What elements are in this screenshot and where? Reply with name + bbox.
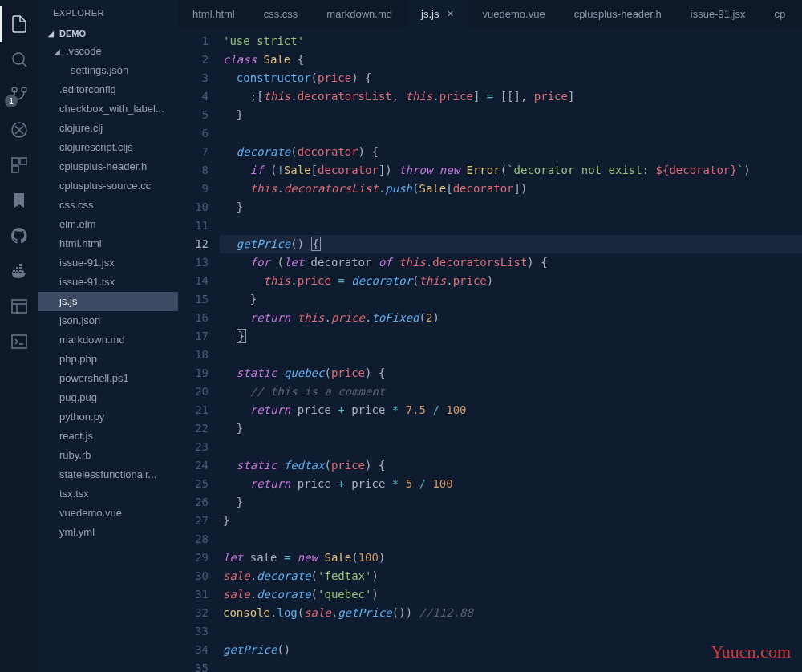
code-line: } xyxy=(223,419,802,438)
tab-label: cp xyxy=(774,8,785,20)
tree-file[interactable]: json.json xyxy=(38,311,178,330)
svg-rect-8 xyxy=(12,300,26,313)
tree-file[interactable]: vuedemo.vue xyxy=(38,504,178,523)
tree-file[interactable]: cplusplus-source.cc xyxy=(38,176,178,196)
line-number: 33 xyxy=(178,622,209,641)
editor-tab[interactable]: js.js× xyxy=(407,0,468,27)
line-number: 7 xyxy=(178,143,209,161)
tree-file[interactable]: ruby.rb xyxy=(38,446,178,465)
editor-tab[interactable]: css.css xyxy=(249,0,313,27)
code-line: static quebec(price) { xyxy=(223,364,802,383)
tree-file[interactable]: css.css xyxy=(38,196,178,215)
tree-item-label: ruby.rb xyxy=(59,449,91,461)
tab-label: markdown.md xyxy=(326,8,392,20)
line-number: 26 xyxy=(178,493,209,512)
editor-tab[interactable]: vuedemo.vue xyxy=(468,0,560,27)
tree-file[interactable]: checkbox_with_label... xyxy=(38,99,178,119)
code-line: 'use strict' xyxy=(223,32,802,51)
tree-file[interactable]: settings.json xyxy=(38,61,178,80)
tree-file[interactable]: .editorconfig xyxy=(38,80,178,99)
line-number: 8 xyxy=(178,161,209,180)
debug-icon[interactable] xyxy=(0,112,38,148)
search-icon[interactable] xyxy=(0,42,38,77)
explorer-icon[interactable] xyxy=(0,6,38,42)
code-line xyxy=(223,124,802,143)
tree-file[interactable]: powershell.ps1 xyxy=(38,369,178,388)
svg-rect-9 xyxy=(12,335,26,348)
github-icon[interactable] xyxy=(0,218,38,253)
line-number: 31 xyxy=(178,585,209,604)
tree-item-label: clojure.clj xyxy=(59,122,103,134)
tree-file[interactable]: markdown.md xyxy=(38,330,178,350)
extensions-icon[interactable] xyxy=(0,148,38,183)
docker-icon[interactable] xyxy=(0,253,38,289)
line-number: 2 xyxy=(178,51,209,69)
line-gutter: 1234567891011121314151617181920212223242… xyxy=(178,27,223,672)
source-control-icon[interactable]: 1 xyxy=(0,77,38,112)
root-folder[interactable]: ◢ DEMO xyxy=(38,26,178,42)
editor-tab[interactable]: issue-91.jsx xyxy=(676,0,760,27)
tree-file[interactable]: react.js xyxy=(38,427,178,446)
line-number: 6 xyxy=(178,124,209,143)
line-number: 4 xyxy=(178,87,209,106)
bookmark-icon[interactable] xyxy=(0,183,38,218)
project-icon[interactable] xyxy=(0,289,38,324)
tree-file[interactable]: cplusplus-header.h xyxy=(38,157,178,176)
svg-point-0 xyxy=(13,53,24,64)
editor-tab[interactable]: markdown.md xyxy=(312,0,407,27)
tree-file[interactable]: clojure.clj xyxy=(38,119,178,138)
tree-folder[interactable]: ◢.vscode xyxy=(38,42,178,61)
tree-item-label: cplusplus-source.cc xyxy=(59,180,151,192)
code-line xyxy=(223,438,802,456)
tree-file[interactable]: issue-91.jsx xyxy=(38,253,178,273)
editor-tabs: html.htmlcss.cssmarkdown.mdjs.js×vuedemo… xyxy=(178,0,802,27)
code-line xyxy=(223,530,802,549)
tab-label: cplusplus-header.h xyxy=(574,8,662,20)
tree-item-label: php.php xyxy=(59,353,97,365)
tree-file[interactable]: html.html xyxy=(38,234,178,253)
code-line: console.log(sale.getPrice()) //112.88 xyxy=(223,604,802,622)
tree-file[interactable]: elm.elm xyxy=(38,215,178,234)
tree-file[interactable]: php.php xyxy=(38,350,178,369)
line-number: 34 xyxy=(178,641,209,659)
editor-tab[interactable]: cp xyxy=(759,0,800,27)
tree-item-label: settings.json xyxy=(71,64,128,76)
tree-file[interactable]: js.js xyxy=(38,292,178,311)
tree-file[interactable]: statelessfunctionalr... xyxy=(38,465,178,484)
tree-item-label: yml.yml xyxy=(59,526,95,538)
tab-label: issue-91.jsx xyxy=(691,8,746,20)
tree-file[interactable]: yml.yml xyxy=(38,523,178,542)
line-number: 20 xyxy=(178,383,209,401)
tab-label: vuedemo.vue xyxy=(483,8,545,20)
code-line: static fedtax(price) { xyxy=(223,456,802,475)
terminal-icon[interactable] xyxy=(0,324,38,359)
code-line: return price + price * 5 / 100 xyxy=(223,475,802,493)
tree-file[interactable]: python.py xyxy=(38,407,178,427)
code-line: let sale = new Sale(100) xyxy=(223,549,802,567)
tree-item-label: powershell.ps1 xyxy=(59,372,129,384)
code-content[interactable]: 'use strict'class Sale { constructor(pri… xyxy=(223,27,802,672)
tree-file[interactable]: issue-91.tsx xyxy=(38,273,178,292)
tree-file[interactable]: clojurescript.cljs xyxy=(38,138,178,157)
code-editor[interactable]: 1234567891011121314151617181920212223242… xyxy=(178,27,802,672)
tree-item-label: .vscode xyxy=(66,43,102,59)
tree-file[interactable]: tsx.tsx xyxy=(38,484,178,504)
tree-item-label: python.py xyxy=(59,411,104,423)
code-line: decorate(decorator) { xyxy=(223,143,802,161)
code-line: ;[this.decoratorsList, this.price] = [[]… xyxy=(223,87,802,106)
watermark: Yuucn.com xyxy=(711,642,791,662)
editor-tab[interactable]: html.html xyxy=(178,0,249,27)
editor-tab[interactable]: cplusplus-header.h xyxy=(560,0,676,27)
code-line: } xyxy=(223,327,802,346)
code-line: return price + price * 7.5 / 100 xyxy=(223,401,802,419)
code-line: } xyxy=(223,493,802,512)
code-line xyxy=(223,217,802,235)
tree-file[interactable]: pug.pug xyxy=(38,388,178,407)
tree-item-label: css.css xyxy=(59,199,94,211)
tab-label: html.html xyxy=(192,8,235,20)
tree-item-label: cplusplus-header.h xyxy=(59,160,147,172)
code-line: if (!Sale[decorator]) throw new Error(`d… xyxy=(223,161,802,180)
line-number: 28 xyxy=(178,530,209,549)
line-number: 30 xyxy=(178,567,209,585)
close-icon[interactable]: × xyxy=(447,7,453,20)
